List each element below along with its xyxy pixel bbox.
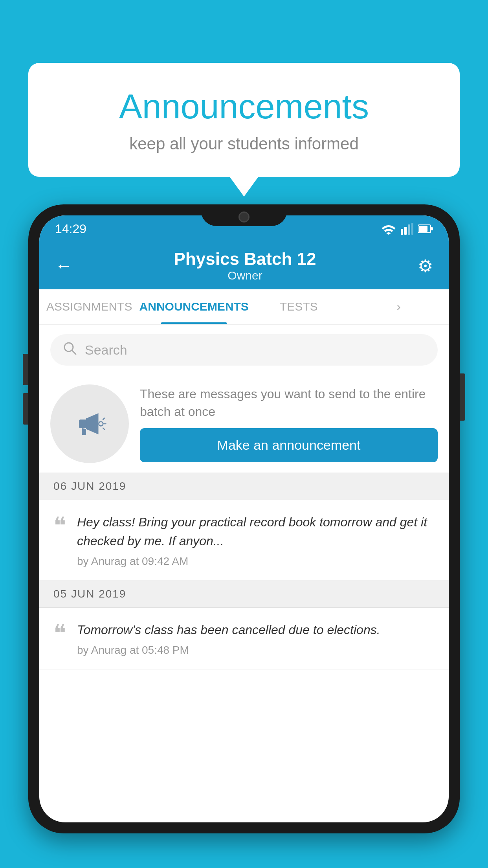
search-placeholder: Search: [85, 342, 127, 358]
speech-bubble-title: Announcements: [60, 86, 428, 127]
phone-outer: 14:29: [28, 204, 460, 833]
megaphone-icon: [72, 406, 107, 441]
promo-text: These are messages you want to send to t…: [140, 385, 438, 421]
battery-icon: [418, 224, 433, 234]
announcement-icon-circle: [50, 384, 129, 463]
svg-rect-0: [401, 229, 403, 235]
quote-icon-1: ❝: [53, 514, 66, 538]
announcement-text-1: Hey class! Bring your practical record b…: [77, 513, 435, 550]
phone-screen: 14:29: [39, 215, 449, 822]
svg-point-10: [99, 422, 103, 426]
date-separator-2: 05 JUN 2019: [39, 581, 449, 608]
phone-vol-down-button: [23, 393, 28, 425]
svg-line-11: [103, 418, 105, 420]
announcement-item-2[interactable]: ❝ Tomorrow's class has been cancelled du…: [39, 608, 449, 669]
svg-line-8: [72, 350, 76, 354]
speech-bubble-container: Announcements keep all your students inf…: [28, 63, 460, 177]
announcement-meta-1: by Anurag at 09:42 AM: [77, 555, 435, 568]
back-button[interactable]: ←: [55, 256, 72, 276]
tab-tests[interactable]: TESTS: [249, 289, 349, 324]
announcement-content-1: Hey class! Bring your practical record b…: [77, 513, 435, 568]
make-announcement-button[interactable]: Make an announcement: [140, 428, 438, 462]
svg-rect-3: [411, 223, 413, 235]
status-icons: [381, 223, 433, 235]
phone-camera: [238, 211, 250, 223]
announcement-text-2: Tomorrow's class has been cancelled due …: [77, 620, 435, 639]
svg-line-13: [103, 428, 105, 430]
announcement-content-2: Tomorrow's class has been cancelled due …: [77, 620, 435, 657]
wifi-icon: [381, 223, 396, 235]
search-icon: [63, 341, 77, 359]
svg-rect-9: [79, 419, 87, 428]
quote-icon-2: ❝: [53, 622, 66, 645]
svg-rect-2: [408, 224, 410, 235]
tab-announcements[interactable]: ANNOUNCEMENTS: [139, 289, 249, 324]
phone-notch: [201, 204, 287, 226]
promo-right: These are messages you want to send to t…: [140, 385, 438, 463]
phone-vol-up-button: [23, 354, 28, 385]
date-separator-1: 06 JUN 2019: [39, 473, 449, 500]
announcement-meta-2: by Anurag at 05:48 PM: [77, 644, 435, 657]
status-time: 14:29: [55, 222, 86, 236]
header-center: Physics Batch 12 Owner: [174, 249, 316, 282]
promo-block: These are messages you want to send to t…: [39, 375, 449, 473]
svg-rect-5: [431, 227, 433, 230]
speech-bubble-subtitle: keep all your students informed: [60, 134, 428, 153]
header-title: Physics Batch 12: [174, 249, 316, 269]
header-subtitle: Owner: [174, 269, 316, 282]
phone-power-button: [460, 373, 465, 421]
app-header: ← Physics Batch 12 Owner ⚙: [39, 242, 449, 289]
svg-rect-1: [404, 227, 407, 235]
phone-container: 14:29: [28, 204, 460, 868]
gear-icon[interactable]: ⚙: [418, 256, 433, 276]
tab-more[interactable]: ›: [349, 289, 449, 324]
svg-rect-6: [419, 226, 427, 232]
tabs-bar: ASSIGNMENTS ANNOUNCEMENTS TESTS ›: [39, 289, 449, 325]
signal-icon: [401, 223, 413, 235]
content-area: Search: [39, 325, 449, 669]
search-bar[interactable]: Search: [50, 334, 438, 366]
speech-bubble: Announcements keep all your students inf…: [28, 63, 460, 177]
announcement-item-1[interactable]: ❝ Hey class! Bring your practical record…: [39, 500, 449, 581]
tab-assignments[interactable]: ASSIGNMENTS: [39, 289, 139, 324]
